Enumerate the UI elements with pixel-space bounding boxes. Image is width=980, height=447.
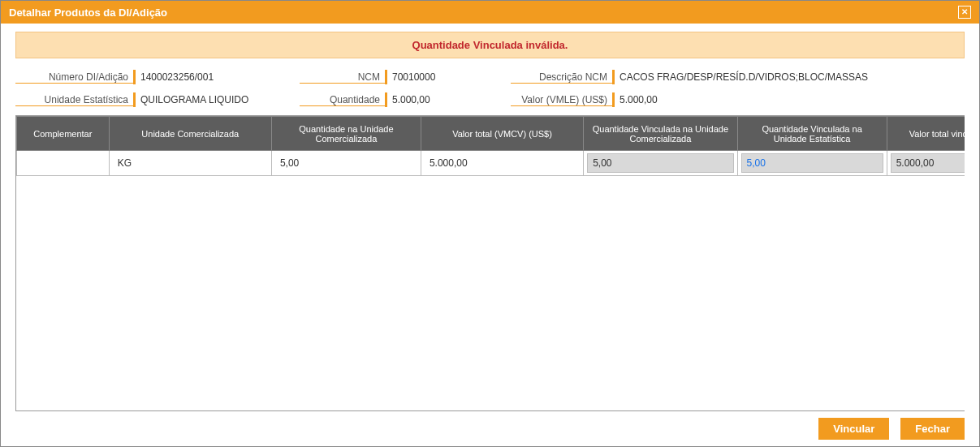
- field-label: Descrição NCM: [511, 71, 612, 84]
- table-header-row: Complementar Unidade Comercializada Quan…: [17, 117, 965, 151]
- separator: [385, 92, 387, 107]
- dialog-content: Quantidade Vinculada inválida. Número DI…: [1, 24, 979, 446]
- col-unidade-comercializada: Unidade Comercializada: [109, 117, 271, 151]
- dialog-footer: Vincular Fechar: [15, 411, 965, 440]
- cell-valor-total: 5.000,00: [421, 151, 583, 176]
- vincular-button[interactable]: Vincular: [818, 418, 889, 440]
- table-row: KG 5,00 5.000,00: [17, 151, 965, 176]
- cell-valor-total-vinculado: [887, 151, 965, 176]
- field-label: NCM: [300, 71, 385, 84]
- close-icon[interactable]: ✕: [958, 6, 971, 19]
- cell-complementar: [17, 151, 110, 176]
- col-valor-total: Valor total (VMCV) (US$): [421, 117, 583, 151]
- col-quantidade-unidade: Quantidade na Unidade Comercializada: [271, 117, 421, 151]
- separator: [612, 92, 615, 107]
- field-value: 1400023256/001: [140, 71, 214, 83]
- field-value: CACOS FRAG/DESP/RESÍD.D/VIDROS;BLOC/MASS…: [620, 71, 868, 83]
- field-valor: Valor (VMLE) (US$) 5.000,00: [511, 92, 965, 107]
- col-qtd-vinculada-comercial: Quantidade Vinculada na Unidade Comercia…: [584, 117, 737, 151]
- products-table: Complementar Unidade Comercializada Quan…: [16, 116, 965, 176]
- field-label: Valor (VMLE) (US$): [511, 94, 612, 106]
- fields-grid: Número DI/Adição 1400023256/001 NCM 7001…: [15, 70, 965, 107]
- separator: [385, 70, 387, 84]
- modal-dialog: Detalhar Produtos da DI/Adição ✕ Quantid…: [0, 0, 980, 447]
- field-descncm: Descrição NCM CACOS FRAG/DESP/RESÍD.D/VI…: [511, 70, 965, 84]
- valor-total-vinculado-input[interactable]: [891, 153, 965, 173]
- cell-qtd-vinc-estatistica: [737, 151, 887, 176]
- col-complementar: Complementar: [17, 117, 110, 151]
- field-quantidade: Quantidade 5.000,00: [300, 92, 511, 107]
- field-label: Quantidade: [300, 94, 385, 106]
- dialog-title: Detalhar Produtos da DI/Adição: [9, 6, 958, 19]
- col-valor-total-vinculado: Valor total vinculado (VMCV) (US$): [887, 117, 965, 151]
- field-numero: Número DI/Adição 1400023256/001: [15, 70, 300, 84]
- field-ncm: NCM 70010000: [300, 70, 511, 84]
- cell-qtd-vinc-comercial: [584, 151, 737, 176]
- separator: [133, 92, 136, 107]
- fechar-button[interactable]: Fechar: [900, 418, 965, 440]
- alert-message: Quantidade Vinculada inválida.: [15, 32, 965, 58]
- field-label: Número DI/Adição: [15, 71, 133, 84]
- field-value: 5.000,00: [392, 94, 430, 105]
- qtd-vinc-comercial-input[interactable]: [587, 153, 733, 173]
- field-value: QUILOGRAMA LIQUIDO: [140, 94, 248, 105]
- qtd-vinc-estatistica-input[interactable]: [741, 153, 883, 173]
- field-value: 70010000: [392, 71, 435, 83]
- table-scroll-area[interactable]: Complementar Unidade Comercializada Quan…: [15, 115, 965, 411]
- field-label: Unidade Estatística: [15, 94, 133, 106]
- cell-unidade-comercializada: KG: [109, 151, 271, 176]
- field-value: 5.000,00: [620, 94, 658, 105]
- separator: [133, 70, 136, 84]
- cell-quantidade-unidade: 5,00: [271, 151, 421, 176]
- separator: [612, 70, 615, 84]
- titlebar: Detalhar Produtos da DI/Adição ✕: [1, 1, 979, 24]
- field-unidade: Unidade Estatística QUILOGRAMA LIQUIDO: [15, 92, 300, 107]
- col-qtd-vinculada-estatistica: Quantidade Vinculada na Unidade Estatíst…: [737, 117, 887, 151]
